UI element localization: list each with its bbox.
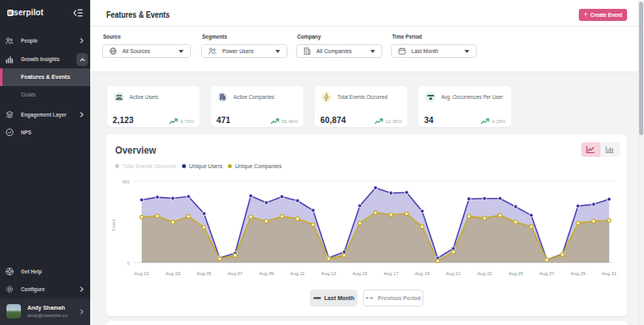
svg-text:Aug 31: Aug 31: [602, 271, 617, 276]
svg-text:Aug 09: Aug 09: [259, 271, 274, 276]
svg-text:Aug 13: Aug 13: [321, 271, 336, 276]
svg-text:Aug 11: Aug 11: [291, 271, 305, 276]
svg-text:Aug 05: Aug 05: [196, 271, 211, 276]
svg-text:Aug 03: Aug 03: [166, 271, 180, 276]
svg-text:Aug 25: Aug 25: [508, 271, 522, 276]
svg-text:0: 0: [127, 261, 130, 265]
svg-text:Count: Count: [111, 219, 116, 231]
svg-text:Aug 23: Aug 23: [477, 271, 492, 276]
svg-text:Aug 07: Aug 07: [228, 271, 242, 276]
svg-text:Aug 27: Aug 27: [539, 271, 554, 276]
svg-text:Aug 21: Aug 21: [446, 271, 460, 276]
svg-text:400: 400: [122, 179, 130, 184]
svg-text:Aug 19: Aug 19: [415, 271, 429, 276]
svg-text:Aug 17: Aug 17: [384, 271, 398, 276]
svg-text:Aug 15: Aug 15: [353, 271, 367, 276]
svg-text:Aug 01: Aug 01: [134, 271, 149, 276]
svg-text:Aug 29: Aug 29: [571, 271, 585, 276]
